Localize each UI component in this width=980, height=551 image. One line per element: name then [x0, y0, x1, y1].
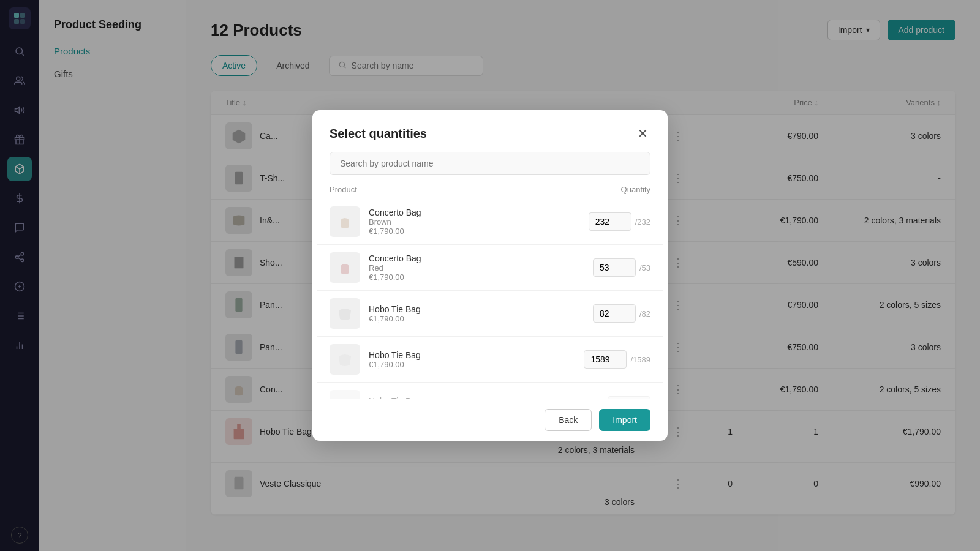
modal-product-color: Red [369, 263, 421, 272]
modal-product-price: €1,790.00 [369, 227, 421, 236]
quantity-max: /53 [639, 263, 650, 272]
modal-product-price: €1,790.00 [369, 314, 421, 323]
modal-list-item: Concerto Bag Brown €1,790.00 /232 [317, 199, 663, 245]
modal-product-info: Concerto Bag Red €1,790.00 [330, 252, 593, 283]
quantity-field: /232 [589, 212, 650, 231]
modal-import-button[interactable]: Import [599, 409, 650, 431]
modal-product-name: Hobo Tie Bag [369, 396, 421, 399]
modal-list-item: Hobo Tie Bag €1,790.00 /82 [317, 291, 663, 337]
modal-overlay[interactable]: Select quantities ✕ Product Quantity Con… [0, 0, 980, 551]
modal-close-button[interactable]: ✕ [635, 125, 650, 142]
modal-product-name: Hobo Tie Bag [369, 304, 421, 314]
modal-list-item: Concerto Bag Red €1,790.00 /53 [317, 245, 663, 291]
quantity-field: /1589 [584, 350, 650, 369]
quantity-input[interactable] [589, 212, 631, 231]
quantity-max: /82 [639, 309, 650, 318]
col-product-label: Product [330, 185, 621, 194]
modal-title: Select quantities [330, 127, 427, 141]
modal-product-info: Concerto Bag Brown €1,790.00 [330, 206, 589, 237]
modal-product-thumbnail [330, 298, 360, 329]
quantity-field [608, 396, 650, 399]
modal-header: Select quantities ✕ [312, 110, 668, 152]
modal-product-info: Hobo Tie Bag €1,790.00 [330, 390, 608, 399]
quantity-input[interactable] [593, 258, 636, 277]
modal-product-name: Concerto Bag [369, 253, 421, 263]
modal-list-item: Hobo Tie Bag €1,790.00 /1589 [317, 337, 663, 383]
modal-product-thumbnail [330, 252, 360, 283]
quantity-input[interactable] [608, 396, 650, 399]
modal-product-name: Concerto Bag [369, 208, 421, 217]
quantity-max: /232 [635, 217, 650, 227]
quantity-input[interactable] [593, 304, 636, 323]
modal-product-info: Hobo Tie Bag €1,790.00 [330, 344, 584, 375]
modal-product-thumbnail [330, 206, 360, 237]
modal-search-input[interactable] [330, 152, 650, 175]
modal-item-list: Concerto Bag Brown €1,790.00 /232 [312, 199, 668, 399]
select-quantities-modal: Select quantities ✕ Product Quantity Con… [312, 110, 668, 441]
quantity-field: /82 [593, 304, 650, 323]
back-button[interactable]: Back [545, 409, 592, 431]
modal-product-color: Brown [369, 217, 421, 227]
quantity-max: /1589 [630, 355, 650, 364]
modal-search-area [312, 152, 668, 185]
col-quantity-label: Quantity [621, 185, 650, 194]
modal-product-thumbnail [330, 344, 360, 375]
modal-product-info: Hobo Tie Bag €1,790.00 [330, 298, 593, 329]
modal-list-item: Hobo Tie Bag €1,790.00 [317, 383, 663, 399]
quantity-input[interactable] [584, 350, 627, 369]
modal-footer: Back Import [312, 399, 668, 441]
modal-product-name: Hobo Tie Bag [369, 350, 421, 360]
modal-product-thumbnail [330, 390, 360, 399]
quantity-field: /53 [593, 258, 650, 277]
modal-product-price: €1,790.00 [369, 272, 421, 282]
modal-product-price: €1,790.00 [369, 360, 421, 369]
modal-columns: Product Quantity [312, 185, 668, 199]
